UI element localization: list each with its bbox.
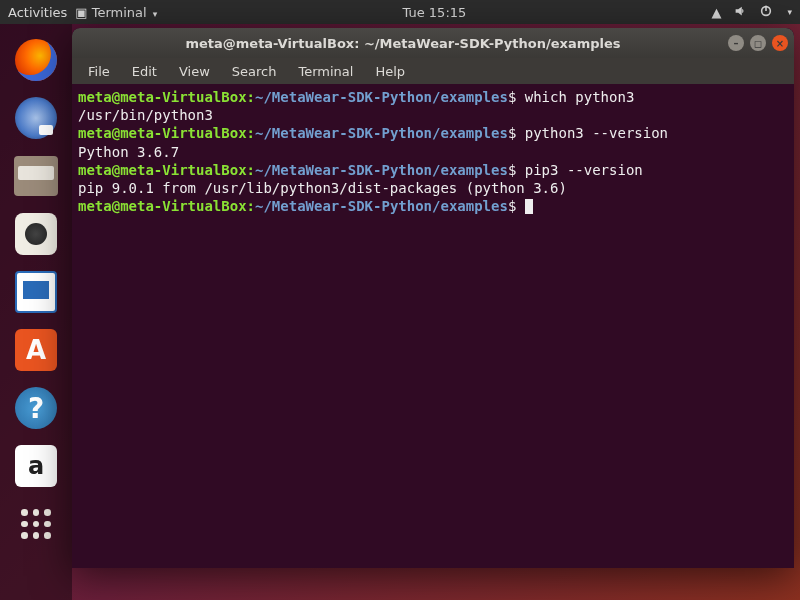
software-icon bbox=[15, 329, 57, 371]
clock[interactable]: Tue 15:15 bbox=[157, 5, 711, 20]
menu-file[interactable]: File bbox=[78, 62, 120, 81]
launcher-help[interactable] bbox=[10, 382, 62, 434]
network-icon[interactable]: ▲ bbox=[711, 5, 721, 20]
terminal-output: pip 9.0.1 from /usr/lib/python3/dist-pac… bbox=[78, 179, 788, 197]
launcher-thunderbird[interactable] bbox=[10, 92, 62, 144]
close-button[interactable]: × bbox=[772, 35, 788, 51]
terminal-output: /usr/bin/python3 bbox=[78, 106, 788, 124]
chevron-down-icon[interactable]: ▾ bbox=[787, 7, 792, 17]
terminal-line: meta@meta-VirtualBox:~/MetaWear-SDK-Pyth… bbox=[78, 88, 788, 106]
thunderbird-icon bbox=[15, 97, 57, 139]
launcher-firefox[interactable] bbox=[10, 34, 62, 86]
cursor bbox=[525, 199, 533, 214]
launcher-dock bbox=[0, 24, 72, 600]
launcher-amazon[interactable] bbox=[10, 440, 62, 492]
writer-icon bbox=[15, 271, 57, 313]
terminal-line: meta@meta-VirtualBox:~/MetaWear-SDK-Pyth… bbox=[78, 161, 788, 179]
maximize-button[interactable]: ◻ bbox=[750, 35, 766, 51]
activities-button[interactable]: Activities bbox=[8, 5, 67, 20]
launcher-files[interactable] bbox=[10, 150, 62, 202]
menu-terminal[interactable]: Terminal bbox=[288, 62, 363, 81]
window-title: meta@meta-VirtualBox: ~/MetaWear-SDK-Pyt… bbox=[78, 36, 728, 51]
terminal-output: Python 3.6.7 bbox=[78, 143, 788, 161]
window-titlebar[interactable]: meta@meta-VirtualBox: ~/MetaWear-SDK-Pyt… bbox=[72, 28, 794, 58]
terminal-line: meta@meta-VirtualBox:~/MetaWear-SDK-Pyth… bbox=[78, 124, 788, 142]
menu-search[interactable]: Search bbox=[222, 62, 287, 81]
terminal-body[interactable]: meta@meta-VirtualBox:~/MetaWear-SDK-Pyth… bbox=[72, 84, 794, 568]
menu-view[interactable]: View bbox=[169, 62, 220, 81]
launcher-show-apps[interactable] bbox=[10, 498, 62, 550]
terminal-window: meta@meta-VirtualBox: ~/MetaWear-SDK-Pyt… bbox=[72, 28, 794, 568]
launcher-software[interactable] bbox=[10, 324, 62, 376]
top-panel: Activities ▣ Terminal ▾ Tue 15:15 ▲ ▾ bbox=[0, 0, 800, 24]
rhythmbox-icon bbox=[15, 213, 57, 255]
launcher-writer[interactable] bbox=[10, 266, 62, 318]
terminal-icon: ▣ bbox=[75, 5, 87, 20]
firefox-icon bbox=[15, 39, 57, 81]
help-icon bbox=[15, 387, 57, 429]
menu-help[interactable]: Help bbox=[365, 62, 415, 81]
power-icon[interactable] bbox=[759, 4, 773, 21]
files-icon bbox=[14, 156, 58, 196]
app-menu[interactable]: ▣ Terminal ▾ bbox=[75, 5, 157, 20]
menubar: File Edit View Search Terminal Help bbox=[72, 58, 794, 84]
amazon-icon bbox=[15, 445, 57, 487]
menu-edit[interactable]: Edit bbox=[122, 62, 167, 81]
minimize-button[interactable]: – bbox=[728, 35, 744, 51]
volume-icon[interactable] bbox=[733, 4, 747, 21]
launcher-rhythmbox[interactable] bbox=[10, 208, 62, 260]
terminal-line: meta@meta-VirtualBox:~/MetaWear-SDK-Pyth… bbox=[78, 197, 788, 215]
apps-grid-icon bbox=[15, 503, 57, 545]
